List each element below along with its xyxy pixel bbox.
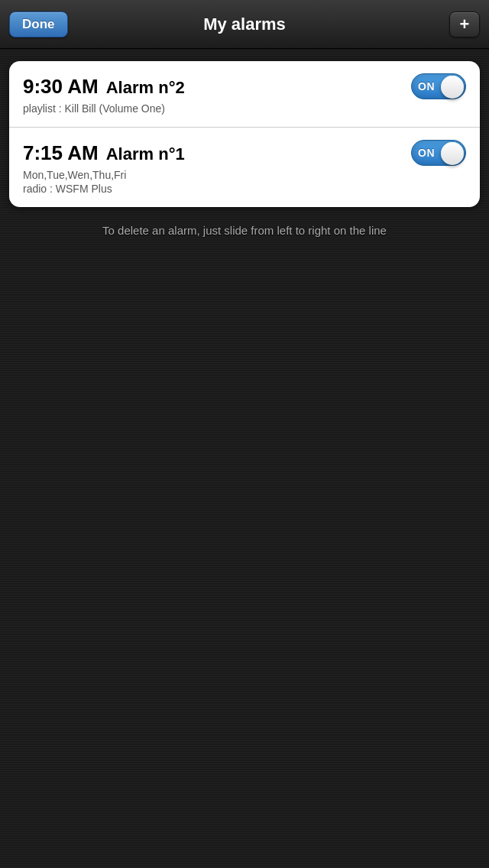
help-text: To delete an alarm, just slide from left… [9, 222, 480, 240]
navbar: Done My alarms + [0, 0, 489, 49]
alarm-time-1: 9:30 AM [23, 75, 99, 99]
done-button[interactable]: Done [9, 11, 68, 37]
alarm-item-2[interactable]: 7:15 AMAlarm n°1ONMon,Tue,Wen,Thu,Frirad… [9, 128, 480, 207]
alarm-days-2: Mon,Tue,Wen,Thu,Fri [23, 169, 466, 181]
toggle-label-1: ON [418, 80, 435, 92]
page-title: My alarms [203, 15, 286, 34]
toggle-label-2: ON [418, 147, 435, 159]
content-area: 9:30 AMAlarm n°2ONplaylist : Kill Bill (… [0, 49, 489, 252]
toggle-knob-1 [441, 76, 464, 99]
alarm-header-2: 7:15 AMAlarm n°1ON [23, 140, 466, 166]
add-alarm-button[interactable]: + [449, 11, 480, 37]
alarm-time-2: 7:15 AM [23, 141, 99, 165]
alarm-name-1: Alarm n°2 [106, 78, 185, 98]
alarm-name-2: Alarm n°1 [106, 144, 185, 164]
alarm-list: 9:30 AMAlarm n°2ONplaylist : Kill Bill (… [9, 61, 480, 207]
alarm-toggle-2[interactable]: ON [411, 140, 466, 166]
alarm-toggle-1[interactable]: ON [411, 73, 466, 99]
alarm-subtitle-2: radio : WSFM Plus [23, 183, 466, 195]
toggle-knob-2 [441, 142, 464, 165]
alarm-subtitle-1: playlist : Kill Bill (Volume One) [23, 102, 466, 115]
alarm-header-1: 9:30 AMAlarm n°2ON [23, 73, 466, 99]
alarm-item-1[interactable]: 9:30 AMAlarm n°2ONplaylist : Kill Bill (… [9, 61, 480, 128]
